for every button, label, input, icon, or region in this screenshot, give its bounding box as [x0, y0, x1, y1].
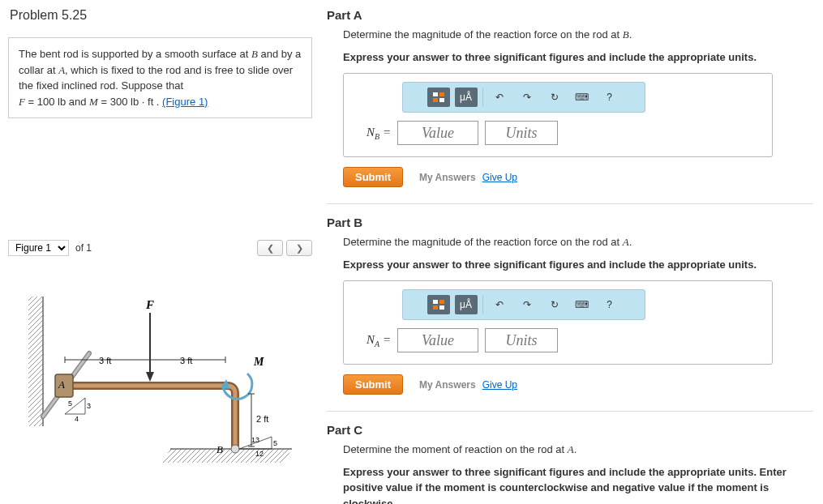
part-a-desc-end: . [629, 28, 632, 41]
keyboard-button[interactable]: ⌨ [571, 88, 594, 107]
svg-rect-46 [439, 305, 444, 310]
part-b-instruction: Express your answer to three significant… [343, 257, 813, 273]
part-c-desc-text: Determine the moment of reaction on the … [343, 443, 568, 455]
help-button[interactable]: ? [598, 88, 621, 107]
symbols-button[interactable]: μÅ [455, 88, 478, 107]
part-a-give-up[interactable]: Give Up [482, 172, 517, 183]
redo-button[interactable]: ↷ [516, 295, 538, 314]
svg-rect-44 [439, 300, 444, 304]
svg-text:B: B [216, 443, 223, 455]
svg-text:4: 4 [75, 415, 79, 423]
part-a-answer-label: NB = [354, 126, 391, 141]
svg-text:3 ft: 3 ft [99, 356, 111, 365]
svg-rect-41 [433, 98, 438, 102]
part-b-answer-label: NA = [354, 333, 391, 348]
desc-var-m: M [89, 96, 98, 108]
svg-text:5: 5 [273, 439, 277, 447]
svg-text:12: 12 [255, 450, 264, 458]
part-a-toolbar: μÅ ↶ ↷ ↻ ⌨ ? [402, 82, 645, 113]
figure-nav-bar: Figure 1 of 1 ❮ ❯ [8, 240, 312, 256]
svg-text:2 ft: 2 ft [256, 414, 268, 424]
svg-rect-45 [433, 305, 438, 310]
part-a-description: Determine the magnitude of the reaction … [343, 27, 813, 43]
svg-text:5: 5 [68, 399, 72, 408]
part-b-toolbar: μÅ ↶ ↷ ↻ ⌨ ? [402, 289, 645, 320]
part-b-give-up[interactable]: Give Up [482, 379, 517, 391]
part-b-desc-text: Determine the magnitude of the reaction … [343, 236, 623, 248]
part-c-var: A [568, 443, 574, 455]
svg-rect-1 [28, 297, 43, 426]
svg-text:M: M [253, 356, 264, 368]
part-b-answer-box: μÅ ↶ ↷ ↻ ⌨ ? NA = [343, 280, 773, 365]
figure-link[interactable]: (Figure 1) [162, 96, 208, 108]
part-c-desc-end: . [574, 443, 577, 455]
redo-button[interactable]: ↷ [516, 88, 538, 107]
part-b-var: A [623, 236, 629, 248]
part-a-units-input[interactable] [485, 121, 558, 145]
svg-point-8 [231, 445, 239, 453]
svg-text:3: 3 [87, 402, 91, 410]
svg-text:13: 13 [251, 436, 259, 444]
part-a-title: Part A [327, 8, 813, 22]
part-a-my-answers[interactable]: My Answers [419, 172, 476, 183]
reset-button[interactable]: ↻ [543, 295, 566, 314]
desc-text: = 300 lb · ft . [98, 96, 162, 108]
part-b-my-answers[interactable]: My Answers [419, 379, 476, 391]
divider [327, 203, 813, 204]
svg-rect-39 [433, 92, 438, 96]
symbols-button[interactable]: μÅ [455, 295, 478, 314]
divider [327, 411, 813, 412]
svg-text:3 ft: 3 ft [180, 356, 192, 365]
part-a-desc-text: Determine the magnitude of the reaction … [343, 28, 623, 41]
svg-text:F: F [145, 298, 154, 311]
template-icon[interactable] [427, 295, 450, 314]
desc-var-f: F [19, 96, 25, 108]
reset-button[interactable]: ↻ [543, 88, 566, 107]
part-b-description: Determine the magnitude of the reaction … [343, 234, 813, 250]
desc-var-a: A [58, 64, 65, 76]
figure-image: F M A B 3 ft 3 ft 2 ft 3 4 5 13 12 5 [8, 272, 312, 471]
part-b-units-input[interactable] [485, 328, 558, 352]
part-b-submit-button[interactable]: Submit [343, 374, 403, 395]
part-c-instruction: Express your answer to three significant… [343, 464, 813, 505]
part-c-title: Part C [327, 423, 813, 437]
undo-button[interactable]: ↶ [488, 88, 511, 107]
part-a-answer-box: μÅ ↶ ↷ ↻ ⌨ ? NB = [343, 73, 773, 157]
part-a-var: B [623, 28, 629, 41]
problem-title: Problem 5.25 [0, 8, 320, 31]
part-b-title: Part B [327, 216, 813, 229]
figure-count-label: of 1 [75, 242, 92, 254]
part-b-desc-end: . [629, 236, 632, 248]
keyboard-button[interactable]: ⌨ [571, 295, 594, 314]
svg-rect-40 [439, 92, 444, 96]
part-a-value-input[interactable] [397, 121, 478, 145]
svg-marker-10 [146, 372, 154, 382]
figure-prev-button[interactable]: ❮ [257, 240, 283, 256]
part-a-instruction: Express your answer to three significant… [343, 49, 813, 66]
help-button[interactable]: ? [598, 295, 621, 314]
part-b-value-input[interactable] [397, 328, 478, 352]
desc-text: = 100 lb and [25, 96, 89, 108]
part-a-submit-button[interactable]: Submit [343, 167, 403, 187]
part-c-description: Determine the moment of reaction on the … [343, 442, 813, 458]
figure-select[interactable]: Figure 1 [8, 240, 69, 256]
svg-rect-42 [439, 98, 444, 102]
desc-text: The bent rod is supported by a smooth su… [19, 48, 251, 60]
svg-rect-43 [433, 300, 438, 304]
desc-var-b: B [251, 48, 258, 60]
svg-marker-3 [162, 449, 292, 463]
problem-description: The bent rod is supported by a smooth su… [8, 37, 312, 118]
figure-next-button[interactable]: ❯ [286, 240, 312, 256]
template-icon[interactable] [427, 88, 450, 107]
svg-text:A: A [58, 378, 65, 391]
undo-button[interactable]: ↶ [488, 295, 511, 314]
